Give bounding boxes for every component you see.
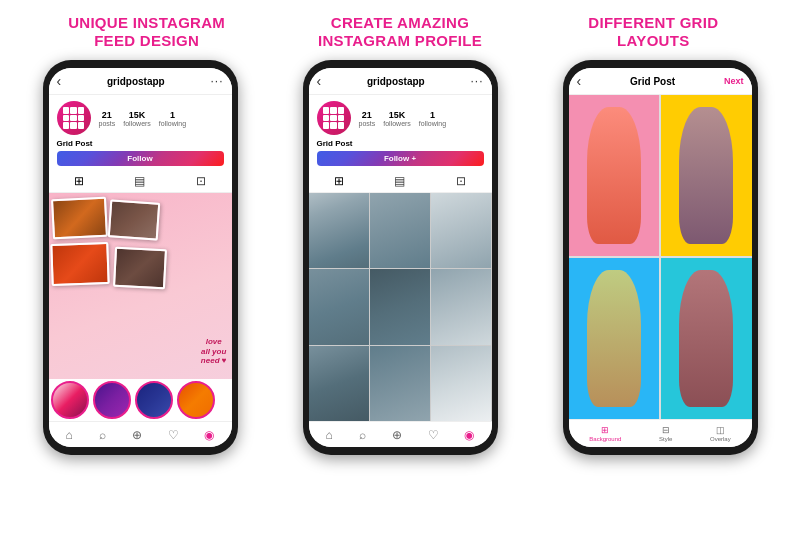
person-shape-1 — [587, 107, 641, 244]
follow-button-1[interactable]: Follow — [57, 151, 224, 166]
header-section: UNIQUE INSTAGRAM FEED DESIGN CREATE AMAZ… — [0, 0, 800, 60]
nav-profile-2[interactable]: ◉ — [464, 428, 474, 442]
toolbar-background[interactable]: ⊞ Background — [589, 425, 621, 442]
phones-section: ‹ gridpostapp ··· 21 — [0, 60, 800, 536]
avatar-grid-1 — [63, 107, 85, 129]
snow-cell-7 — [309, 346, 369, 421]
profile-name-1: gridpostapp — [107, 76, 165, 87]
ig-tabs-2: ⊞ ▤ ⊡ — [309, 170, 492, 193]
next-button[interactable]: Next — [724, 76, 744, 86]
follow-button-2[interactable]: Follow + — [317, 151, 484, 166]
collage-photo-1 — [50, 197, 107, 240]
story-circle-2[interactable] — [93, 381, 131, 419]
snow-cell-4 — [309, 269, 369, 344]
story-circle-1[interactable] — [51, 381, 89, 419]
ig-follow-row-2: Grid Post Follow + — [309, 139, 492, 170]
phone-3-wrapper: ‹ Grid Post Next — [545, 60, 775, 536]
phone-1: ‹ gridpostapp ··· 21 — [43, 60, 238, 455]
avatar-1 — [57, 101, 91, 135]
story-circle-3[interactable] — [135, 381, 173, 419]
snow-cell-9 — [431, 346, 491, 421]
snow-cell-1 — [309, 193, 369, 268]
tab-grid-2[interactable]: ⊞ — [334, 174, 344, 188]
phone-2-wrapper: ‹ gridpostapp ··· 21 — [285, 60, 515, 536]
collage-photo-4 — [112, 247, 166, 290]
stat-posts-2: 21 posts — [359, 110, 376, 127]
nav-profile-1[interactable]: ◉ — [204, 428, 214, 442]
profile-name-2: gridpostapp — [367, 76, 425, 87]
nav-heart-1[interactable]: ♡ — [168, 428, 179, 442]
collage-photo-3 — [50, 242, 109, 286]
ig-stats-2: 21 posts 15K followers 1 following — [359, 110, 484, 127]
username-2: Grid Post — [317, 139, 484, 148]
stat-following-1: 1 following — [159, 110, 186, 127]
phone-3-screen: ‹ Grid Post Next — [569, 68, 752, 447]
nav-heart-2[interactable]: ♡ — [428, 428, 439, 442]
grid-cell-pink — [569, 95, 660, 256]
back-icon-2[interactable]: ‹ — [317, 73, 322, 89]
person-shape-3 — [587, 270, 641, 407]
tab-list-1[interactable]: ▤ — [134, 174, 145, 188]
profile-name-3: Grid Post — [630, 76, 675, 87]
title-3: DIFFERENT GRID LAYOUTS — [588, 14, 718, 50]
header-col-2: CREATE AMAZING INSTAGRAM PROFILE — [285, 14, 515, 50]
navbar-1: ⌂ ⌕ ⊕ ♡ ◉ — [49, 421, 232, 447]
phone-1-screen: ‹ gridpostapp ··· 21 — [49, 68, 232, 447]
ig-header-3: ‹ Grid Post Next — [569, 68, 752, 95]
stat-followers-2: 15K followers — [383, 110, 411, 127]
title-1: UNIQUE INSTAGRAM FEED DESIGN — [68, 14, 225, 50]
ig-profile-2: 21 posts 15K followers 1 following — [309, 95, 492, 139]
snow-cell-5 — [370, 269, 430, 344]
avatar-2 — [317, 101, 351, 135]
person-shape-4 — [679, 270, 733, 407]
ig-stats-1: 21 posts 15K followers 1 following — [99, 110, 224, 127]
tab-tag-1[interactable]: ⊡ — [196, 174, 206, 188]
bottom-strip-1 — [49, 379, 232, 421]
collage-1: loveall youneed ♥ — [49, 193, 232, 421]
title-2: CREATE AMAZING INSTAGRAM PROFILE — [318, 14, 482, 50]
phone-1-wrapper: ‹ gridpostapp ··· 21 — [25, 60, 255, 536]
nav-search-1[interactable]: ⌕ — [99, 428, 106, 442]
tab-tag-2[interactable]: ⊡ — [456, 174, 466, 188]
phone-2-screen: ‹ gridpostapp ··· 21 — [309, 68, 492, 447]
overlay-icon: ◫ — [716, 425, 725, 435]
back-icon-1[interactable]: ‹ — [57, 73, 62, 89]
phone-2: ‹ gridpostapp ··· 21 — [303, 60, 498, 455]
tab-grid-1[interactable]: ⊞ — [74, 174, 84, 188]
snow-cell-8 — [370, 346, 430, 421]
person-shape-2 — [679, 107, 733, 244]
ig-content-3 — [569, 95, 752, 419]
navbar-2: ⌂ ⌕ ⊕ ♡ ◉ — [309, 421, 492, 447]
nav-add-1[interactable]: ⊕ — [132, 428, 142, 442]
story-circle-4[interactable] — [177, 381, 215, 419]
style-icon: ⊟ — [662, 425, 670, 435]
ig-header-1: ‹ gridpostapp ··· — [49, 68, 232, 95]
avatar-grid-2 — [323, 107, 345, 129]
username-1: Grid Post — [57, 139, 224, 148]
nav-home-2[interactable]: ⌂ — [325, 428, 332, 442]
ig-tabs-1: ⊞ ▤ ⊡ — [49, 170, 232, 193]
ig-content-2 — [309, 193, 492, 421]
ig-content-1: loveall youneed ♥ — [49, 193, 232, 421]
ig-profile-1: 21 posts 15K followers 1 following — [49, 95, 232, 139]
more-icon-2[interactable]: ··· — [470, 74, 483, 88]
header-col-1: UNIQUE INSTAGRAM FEED DESIGN — [32, 14, 262, 50]
ig-header-2: ‹ gridpostapp ··· — [309, 68, 492, 95]
toolbar-overlay[interactable]: ◫ Overlay — [710, 425, 731, 442]
grid-cell-yellow — [661, 95, 752, 256]
more-icon-1[interactable]: ··· — [210, 74, 223, 88]
stat-posts-1: 21 posts — [99, 110, 116, 127]
stat-following-2: 1 following — [419, 110, 446, 127]
nav-search-2[interactable]: ⌕ — [359, 428, 366, 442]
toolbar-style[interactable]: ⊟ Style — [659, 425, 672, 442]
header-col-3: DIFFERENT GRID LAYOUTS — [538, 14, 768, 50]
tab-list-2[interactable]: ▤ — [394, 174, 405, 188]
back-icon-3[interactable]: ‹ — [577, 73, 582, 89]
phone-3: ‹ Grid Post Next — [563, 60, 758, 455]
snow-cell-3 — [431, 193, 491, 268]
collage-photo-2 — [107, 199, 160, 240]
collage-text-1: loveall youneed ♥ — [201, 337, 227, 366]
nav-home-1[interactable]: ⌂ — [65, 428, 72, 442]
grid-cell-teal — [661, 258, 752, 419]
nav-add-2[interactable]: ⊕ — [392, 428, 402, 442]
